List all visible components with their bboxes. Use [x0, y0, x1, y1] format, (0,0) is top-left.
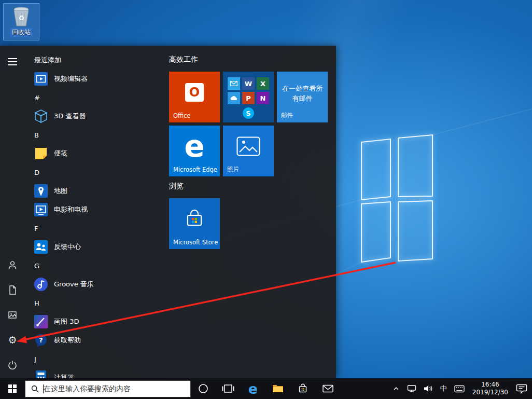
search-icon: [31, 385, 39, 393]
network-button[interactable]: [404, 378, 419, 399]
volume-button[interactable]: [421, 378, 436, 399]
app-list-item-get-help[interactable]: ? 获取帮助: [25, 331, 167, 350]
app-list-section-h[interactable]: H: [25, 294, 167, 312]
tile-label: Microsoft Edge: [173, 166, 217, 173]
pictures-button[interactable]: [0, 302, 25, 327]
groove-music-icon: [33, 277, 49, 292]
tile-label: 邮件: [281, 112, 293, 119]
app-list-item-video-editor[interactable]: 视频编辑器: [25, 70, 167, 88]
office-apps-grid: W X P N: [223, 77, 274, 104]
app-list-section-hash[interactable]: #: [25, 88, 167, 107]
gear-icon: ⚙: [8, 335, 17, 345]
sticky-notes-icon: [33, 146, 49, 161]
app-label: 获取帮助: [54, 336, 81, 345]
taskbar: e 中 16:46 2019/12: [0, 378, 532, 399]
expand-menu-button[interactable]: [0, 49, 25, 74]
get-help-icon: ?: [33, 333, 49, 348]
documents-button[interactable]: [0, 278, 25, 302]
app-list-item-maps[interactable]: 地图: [25, 182, 167, 200]
touch-keyboard-button[interactable]: [452, 378, 467, 399]
store-taskbar-button[interactable]: [290, 378, 315, 399]
tile-photos[interactable]: 照片: [223, 126, 274, 176]
settings-button[interactable]: ⚙: [0, 327, 25, 352]
app-list-item-paint-3d[interactable]: 画图 3D: [25, 312, 167, 331]
office-logo-icon: O: [185, 83, 204, 102]
desktop: ♻ 回收站: [0, 0, 532, 399]
recycle-bin[interactable]: ♻ 回收站: [3, 3, 39, 40]
tile-mail[interactable]: 在一处查看所有邮件 邮件: [277, 72, 328, 122]
paint-3d-icon: [33, 314, 49, 329]
edge-icon: e: [248, 382, 258, 396]
app-list-section-g[interactable]: G: [25, 256, 167, 275]
app-list-item-3d-viewer[interactable]: 3D 查看器: [25, 107, 167, 126]
user-icon: [7, 260, 18, 270]
3d-viewer-icon: [33, 108, 49, 124]
app-list-section-f[interactable]: F: [25, 219, 167, 238]
svg-text:♻: ♻: [18, 14, 24, 22]
powerpoint-mini-icon: P: [242, 92, 255, 104]
folder-icon: [272, 384, 284, 393]
app-list-item-calculator[interactable]: 计算器: [25, 368, 167, 378]
chevron-up-icon: [393, 385, 400, 392]
tile-microsoft-store[interactable]: Microsoft Store: [169, 198, 220, 249]
photos-icon: [223, 129, 274, 164]
app-label: 电影和电视: [54, 205, 88, 214]
cortana-button[interactable]: [191, 378, 216, 399]
ime-indicator[interactable]: 中: [438, 378, 450, 399]
tray-expand-button[interactable]: [390, 378, 402, 399]
app-label: 地图: [54, 186, 67, 196]
tile-label: Microsoft Store: [173, 239, 218, 246]
tile-office[interactable]: O Office: [169, 72, 220, 122]
user-account-button[interactable]: [0, 253, 25, 278]
onedrive-mini-icon: [228, 92, 240, 104]
app-list-section-d[interactable]: D: [25, 163, 167, 182]
word-mini-icon: W: [242, 77, 255, 90]
power-button[interactable]: [0, 352, 25, 377]
edge-logo-icon: e: [169, 130, 220, 163]
mail-envelope-icon: [323, 384, 333, 393]
app-list-section-recent[interactable]: 最近添加: [25, 51, 167, 70]
app-list-item-movies-tv[interactable]: 电影和电视: [25, 200, 167, 219]
action-center-button[interactable]: [513, 378, 530, 399]
search-input[interactable]: [44, 381, 190, 397]
tile-microsoft-edge[interactable]: e Microsoft Edge: [169, 126, 220, 176]
speaker-icon: [424, 384, 433, 393]
mail-taskbar-button[interactable]: [315, 378, 340, 399]
clock-time: 16:46: [472, 381, 508, 389]
start-menu-tiles: 高效工作 O Office W X P N S: [169, 46, 336, 378]
tile-group-productivity[interactable]: 高效工作: [169, 55, 198, 64]
excel-mini-icon: X: [257, 77, 269, 90]
app-list-section-b[interactable]: B: [25, 126, 167, 144]
app-label: Groove 音乐: [54, 280, 94, 289]
start-menu-app-list: 最近添加 视频编辑器 # 3D 查看器 B 便笺: [25, 46, 167, 378]
system-tray: 中 16:46 2019/12/30: [390, 378, 532, 399]
tile-group-explore[interactable]: 浏览: [169, 182, 184, 191]
task-view-icon: [222, 384, 234, 393]
app-list-item-feedback-hub[interactable]: 反馈中心: [25, 238, 167, 256]
clock-date: 2019/12/30: [472, 389, 508, 396]
app-label: 反馈中心: [54, 242, 81, 252]
video-editor-icon: [33, 71, 49, 87]
taskbar-search-box[interactable]: [25, 380, 191, 397]
edge-taskbar-button[interactable]: e: [241, 378, 265, 399]
keyboard-icon: [454, 385, 465, 393]
app-label: 视频编辑器: [54, 74, 88, 84]
task-view-button[interactable]: [216, 378, 241, 399]
file-explorer-button[interactable]: [265, 378, 290, 399]
app-list-item-sticky-notes[interactable]: 便笺: [25, 144, 167, 163]
app-list-section-j[interactable]: J: [25, 350, 167, 368]
movies-tv-icon: [33, 202, 49, 217]
feedback-hub-icon: [33, 239, 49, 255]
tile-office-apps-live[interactable]: W X P N S: [223, 72, 274, 122]
recycle-bin-icon: ♻: [11, 6, 32, 27]
mail-tile-text: 在一处查看所有邮件: [280, 84, 325, 103]
taskbar-clock[interactable]: 16:46 2019/12/30: [469, 381, 511, 396]
app-label: 画图 3D: [54, 317, 79, 326]
tile-label: Office: [173, 112, 191, 119]
onenote-mini-icon: N: [257, 92, 269, 104]
svg-text:?: ?: [39, 336, 43, 344]
app-list-item-groove-music[interactable]: Groove 音乐: [25, 275, 167, 294]
app-label: 便笺: [54, 149, 67, 158]
start-button[interactable]: [0, 378, 25, 399]
store-bag-icon: [298, 383, 308, 394]
